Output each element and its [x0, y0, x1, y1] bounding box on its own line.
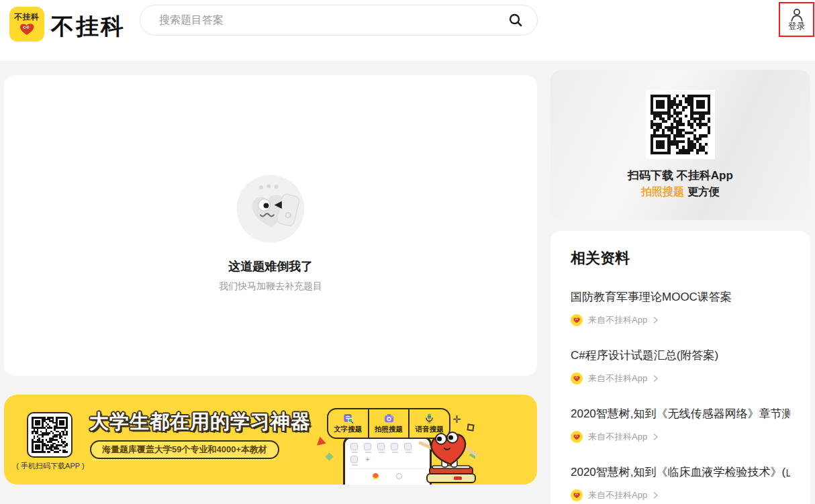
heart-mascot-illustration — [412, 428, 487, 485]
download-line1: 扫码下载 不挂科App — [550, 168, 810, 183]
banner-qr-caption: ( 手机扫码下载APP ) — [11, 461, 90, 471]
related-item-title[interactable]: 国防教育军事理论MOOC课答案 — [571, 289, 790, 305]
empty-state-title: 这道题难倒我了 — [4, 258, 537, 274]
empty-state-subtitle: 我们快马加鞭去补充题目 — [4, 281, 537, 293]
logo-heart-icon — [18, 22, 36, 36]
related-title: 相关资料 — [571, 248, 790, 268]
download-app-card: 扫码下载 不挂科App 拍照搜题更方便 — [550, 70, 810, 220]
chevron-right-icon — [653, 491, 659, 499]
related-item-title[interactable]: 2020智慧树,知到《临床血液学检验技术》(山… — [571, 464, 790, 481]
related-item[interactable]: 2020智慧树,知到《无线传感器网络》章节测… 来自不挂科App — [571, 406, 790, 444]
download-line2-rest: 更方便 — [687, 186, 720, 197]
chevron-right-icon — [653, 433, 659, 441]
related-item-source[interactable]: 来自不挂科App — [571, 489, 790, 502]
banner-headline: 大学生都在用的学习神器 — [89, 409, 311, 436]
feature-text-search: 文字搜题 — [328, 409, 368, 438]
related-item-source[interactable]: 来自不挂科App — [571, 372, 790, 385]
decor-plus-icon: ✛ — [452, 413, 461, 425]
text-search-icon — [342, 413, 354, 424]
source-label: 来自不挂科App — [588, 372, 647, 385]
banner-sub-badge: 海量题库覆盖大学59个专业和4000+本教材 — [90, 440, 279, 459]
feature-photo-search: 拍照搜题 — [368, 409, 409, 438]
qr-code-image — [651, 95, 710, 154]
app-logo-icon — [571, 372, 583, 385]
sidebar-qr-code — [646, 90, 715, 159]
app-logo-icon — [571, 489, 583, 501]
related-item-source[interactable]: 来自不挂科App — [571, 313, 790, 327]
app-logo-icon — [571, 431, 583, 443]
related-item[interactable]: C#程序设计试题汇总(附答案) 来自不挂科App — [571, 348, 790, 385]
related-item-title[interactable]: C#程序设计试题汇总(附答案) — [571, 348, 790, 364]
banner-dotted-line — [93, 459, 275, 460]
search-icon[interactable] — [508, 12, 524, 28]
camera-search-icon — [383, 413, 395, 424]
feature-label: 拍照搜题 — [375, 425, 403, 434]
search-bar[interactable] — [140, 5, 538, 36]
feature-label: 文字搜题 — [334, 425, 362, 434]
mascot-empty-illustration — [233, 171, 308, 246]
login-label: 登录 — [788, 21, 805, 32]
chevron-right-icon — [653, 316, 659, 324]
related-item-title[interactable]: 2020智慧树,知到《无线传感器网络》章节测… — [571, 406, 790, 422]
related-item-source[interactable]: 来自不挂科App — [571, 430, 790, 444]
download-line2: 拍照搜题更方便 — [550, 185, 810, 199]
download-line2-highlight: 拍照搜题 — [641, 186, 684, 197]
page: 不挂科 不挂科 登录 — [0, 0, 815, 504]
source-label: 来自不挂科App — [588, 431, 647, 443]
app-logo[interactable]: 不挂科 — [9, 7, 44, 42]
banner-qr-code — [27, 412, 73, 458]
related-item[interactable]: 国防教育军事理论MOOC课答案 来自不挂科App — [571, 289, 790, 327]
app-logo-icon — [571, 314, 583, 326]
decor-diamond-icon — [325, 452, 334, 461]
brand-title[interactable]: 不挂科 — [51, 11, 126, 42]
chevron-right-icon — [653, 374, 659, 383]
related-item[interactable]: 2020智慧树,知到《临床血液学检验技术》(山… 来自不挂科App — [571, 464, 790, 502]
empty-state-card: 这道题难倒我了 我们快马加鞭去补充题目 — [4, 75, 537, 376]
qr-code-image — [32, 417, 68, 453]
logo-badge-text: 不挂科 — [14, 13, 40, 21]
source-label: 来自不挂科App — [588, 489, 647, 501]
promo-banner[interactable]: ( 手机扫码下载APP ) 大学生都在用的学习神器 海量题库覆盖大学59个专业和… — [4, 395, 537, 485]
header: 不挂科 不挂科 登录 — [0, 0, 815, 60]
user-icon — [789, 8, 804, 21]
login-button[interactable]: 登录 — [779, 2, 814, 37]
source-label: 来自不挂科App — [588, 314, 647, 326]
related-materials-card: 相关资料 国防教育军事理论MOOC课答案 来自不挂科App C#程序设计试题汇总… — [550, 231, 810, 504]
voice-search-icon — [424, 413, 435, 424]
decor-triangle-red-icon — [317, 436, 328, 448]
search-input[interactable] — [159, 14, 508, 26]
